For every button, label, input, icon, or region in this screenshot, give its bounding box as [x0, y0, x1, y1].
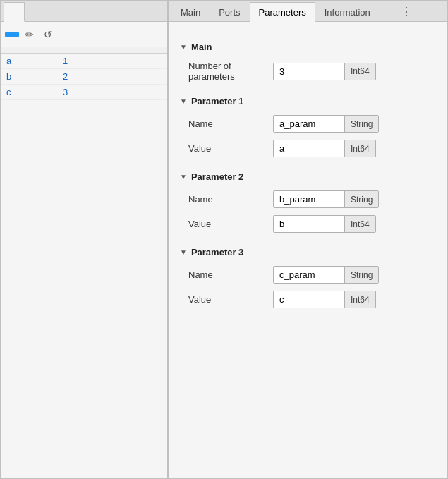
section-header-parameter3: ▼Parameter 3: [180, 247, 436, 257]
field-row: Number of parametersInt64: [180, 61, 436, 82]
field-row: NameString: [180, 266, 436, 284]
workspace-button[interactable]: [5, 32, 19, 37]
table-row: b 2: [1, 69, 167, 85]
tab-main[interactable]: Main: [171, 2, 210, 22]
left-panel-close[interactable]: [160, 11, 164, 12]
section-header-parameter2: ▼Parameter 2: [180, 171, 436, 182]
field-type: String: [344, 267, 378, 283]
edit-icon: ✏: [25, 29, 34, 40]
field-label: Number of parameters: [188, 61, 273, 82]
field-input[interactable]: [274, 191, 344, 207]
section-title: Main: [191, 42, 212, 52]
variables-panel: ✏ ↺ a 1 b 2 c 3: [0, 0, 168, 479]
settings-panel-close[interactable]: [433, 16, 444, 21]
section-title: Parameter 1: [191, 96, 243, 107]
section-title: Parameter 3: [191, 247, 243, 257]
variables-tab-close[interactable]: [14, 11, 18, 13]
section-parameter1: ▼Parameter 1NameStringValueInt64: [180, 96, 436, 157]
field-label: Name: [188, 119, 273, 129]
section-triangle[interactable]: ▼: [180, 248, 187, 256]
edit-button[interactable]: ✏: [22, 27, 37, 42]
field-input-group: String: [273, 115, 379, 133]
tab-parameters[interactable]: Parameters: [250, 2, 315, 22]
field-row: NameString: [180, 115, 436, 133]
field-input[interactable]: [274, 116, 344, 132]
refresh-icon: ↺: [44, 29, 52, 40]
section-main: ▼MainNumber of parametersInt64: [180, 42, 436, 82]
field-row: ValueInt64: [180, 140, 436, 157]
var-value: 1: [63, 56, 162, 66]
section-parameter3: ▼Parameter 3NameStringValueInt64: [180, 247, 436, 308]
field-type: Int64: [344, 63, 375, 80]
var-value: 2: [63, 71, 162, 82]
field-row: ValueInt64: [180, 291, 436, 308]
field-type: Int64: [344, 291, 375, 308]
variables-table-header: [1, 47, 167, 54]
variables-tab: [4, 2, 25, 22]
section-header-parameter1: ▼Parameter 1: [180, 96, 436, 107]
table-row: a 1: [1, 54, 167, 69]
variables-table: a 1 b 2 c 3: [1, 54, 167, 478]
field-type: String: [344, 116, 378, 132]
field-input-group: Int64: [273, 215, 376, 233]
field-input-group: String: [273, 266, 379, 284]
section-triangle[interactable]: ▼: [180, 173, 187, 181]
field-label: Name: [188, 269, 273, 280]
var-name: c: [6, 87, 63, 97]
field-type: Int64: [344, 140, 375, 157]
field-input[interactable]: [274, 216, 344, 232]
field-label: Name: [188, 194, 273, 205]
var-name: b: [6, 71, 63, 82]
field-type: String: [344, 191, 378, 207]
variables-panel-header: [1, 1, 167, 22]
field-input[interactable]: [274, 63, 344, 80]
field-input-group: Int64: [273, 291, 376, 308]
settings-panel-header: MainPortsParametersInformation⋮: [169, 1, 447, 22]
field-row: NameString: [180, 190, 436, 208]
settings-panel: MainPortsParametersInformation⋮ ▼MainNum…: [168, 0, 448, 479]
tabs-more-icon[interactable]: ⋮: [395, 2, 418, 21]
var-name: a: [6, 56, 63, 66]
field-input[interactable]: [274, 291, 344, 308]
tab-information[interactable]: Information: [315, 2, 380, 22]
field-input-group: Int64: [273, 140, 376, 157]
field-input[interactable]: [274, 140, 344, 157]
field-label: Value: [188, 143, 273, 154]
field-row: ValueInt64: [180, 215, 436, 233]
section-header-main: ▼Main: [180, 42, 436, 52]
field-input-group: Int64: [273, 63, 376, 80]
variables-toolbar: ✏ ↺: [1, 22, 167, 47]
section-title: Parameter 2: [191, 171, 243, 182]
field-label: Value: [188, 219, 273, 229]
tab-ports[interactable]: Ports: [210, 2, 249, 22]
section-triangle[interactable]: ▼: [180, 43, 187, 51]
field-input-group: String: [273, 190, 379, 208]
field-label: Value: [188, 294, 273, 305]
var-value: 3: [63, 87, 162, 97]
section-triangle[interactable]: ▼: [180, 97, 187, 105]
field-type: Int64: [344, 216, 375, 232]
table-row: c 3: [1, 85, 167, 100]
settings-content: ▼MainNumber of parametersInt64▼Parameter…: [169, 22, 447, 478]
section-parameter2: ▼Parameter 2NameStringValueInt64: [180, 171, 436, 233]
refresh-button[interactable]: ↺: [40, 27, 56, 42]
field-input[interactable]: [274, 267, 344, 283]
